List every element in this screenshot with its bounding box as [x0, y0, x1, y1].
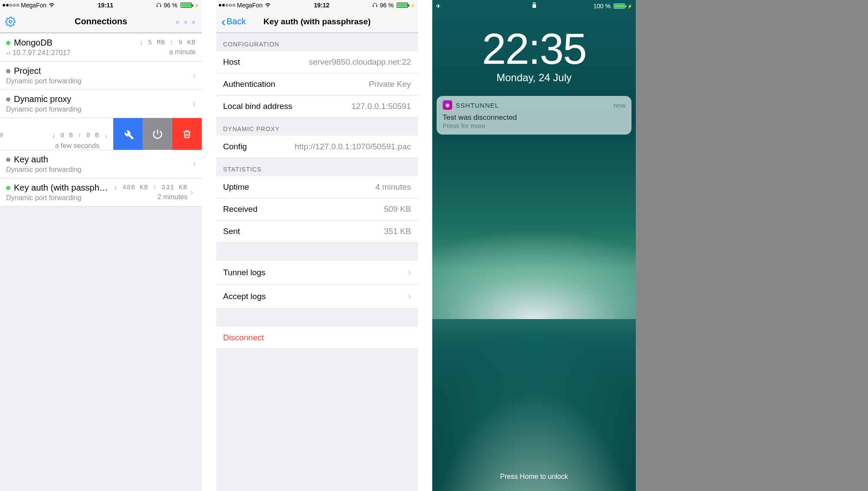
- row-value: server9850.cloudapp.net:22: [309, 57, 411, 67]
- chevron-right-icon: ›: [193, 158, 196, 170]
- row-value: 509 KB: [384, 204, 411, 214]
- row-value: 127.0.0.1:50591: [352, 102, 411, 111]
- stats-sent-row: Sent 351 KB: [216, 221, 418, 243]
- connection-row[interactable]: Key auth Dynamic port forwarding ›: [0, 150, 202, 178]
- config-auth-row[interactable]: Authentication Private Key: [216, 73, 418, 96]
- detail-list[interactable]: CONFIGURATION Host server9850.cloudapp.n…: [216, 33, 418, 491]
- chevron-right-icon: ›: [408, 291, 411, 302]
- row-value: http://127.0.0.1:1070/50591.pac: [295, 142, 411, 152]
- row-value: 4 minutes: [375, 182, 411, 192]
- connection-title: Key auth (with passphrase): [14, 183, 110, 193]
- lock-icon: [532, 2, 537, 8]
- row-label: Local bind address: [223, 102, 293, 111]
- connection-row[interactable]: Project Dynamic port forwarding ›: [0, 62, 202, 90]
- carrier-label: MegaFon: [237, 2, 263, 9]
- time-label: 2 minutes: [114, 193, 187, 201]
- chevron-right-icon: ›: [190, 187, 193, 198]
- connection-row[interactable]: Key auth (with passphrase) Dynamic port …: [0, 178, 202, 207]
- connection-title: MongoDB: [14, 38, 53, 48]
- more-icon[interactable]: ○ ○ ○: [176, 18, 197, 25]
- settings-icon[interactable]: [5, 16, 16, 27]
- row-label: Host: [223, 57, 240, 67]
- stats-received-row: Received 509 KB: [216, 198, 418, 221]
- row-label: Config: [223, 142, 247, 152]
- proxy-config-row[interactable]: Config http://127.0.0.1:1070/50591.pac: [216, 136, 418, 158]
- disconnect-button[interactable]: Disconnect: [216, 327, 418, 349]
- airplane-icon: ✈: [436, 3, 441, 10]
- lock-date: Monday, 24 July: [432, 72, 636, 84]
- chevron-left-icon: ‹: [221, 15, 226, 28]
- connection-title: Project: [14, 66, 41, 76]
- row-label: Tunnel logs: [223, 268, 266, 277]
- headphones-icon: [372, 3, 378, 8]
- back-button[interactable]: ‹ Back: [221, 15, 246, 28]
- battery-icon: ⚡: [612, 3, 632, 9]
- edit-action-button[interactable]: [113, 118, 143, 150]
- time-label: a minute: [139, 48, 196, 56]
- signal-icon: [219, 4, 235, 7]
- connections-list: MongoDB ⇿ 10.7.97.241:27017 ↓ 5 MB ↑ 9 K…: [0, 33, 202, 491]
- nav-bar: Connections ○ ○ ○: [0, 10, 202, 33]
- nav-title: Connections: [0, 16, 202, 26]
- unlock-hint: Press Home to unlock: [432, 473, 636, 481]
- nav-bar: ‹ Back Key auth (with passphrase): [216, 10, 418, 33]
- nav-title: Key auth (with passphrase): [216, 17, 418, 26]
- connection-row[interactable]: MongoDB ⇿ 10.7.97.241:27017 ↓ 5 MB ↑ 9 K…: [0, 33, 202, 62]
- connection-sub: 10.7.97.241:27017: [13, 49, 70, 57]
- connection-sub: Dynamic port forwarding: [6, 105, 81, 113]
- status-bar: MegaFon 19:11 96 % ⚡: [0, 0, 202, 10]
- connection-sub: Dynamic port forwarding: [6, 77, 81, 85]
- row-label: Uptime: [223, 182, 249, 192]
- status-bar: MegaFon 19:12 96 % ⚡: [216, 0, 418, 10]
- status-dot-icon: [6, 158, 10, 162]
- status-dot-icon: [6, 69, 10, 73]
- lock-time: 22:35: [432, 24, 636, 74]
- status-time: 19:11: [98, 2, 113, 9]
- accept-logs-row[interactable]: Accept logs ›: [216, 285, 418, 309]
- detail-screen: MegaFon 19:12 96 % ⚡ ‹ Back Key auth (wi…: [216, 0, 418, 491]
- lock-screen: ✈ 100 % ⚡ 22:35 Monday, 24 July ◉ SSHT: [432, 0, 636, 491]
- app-icon: ◉: [443, 100, 452, 110]
- power-action-button[interactable]: [143, 118, 172, 150]
- section-header-configuration: CONFIGURATION: [216, 33, 418, 51]
- carrier-label: MegaFon: [21, 2, 46, 9]
- traffic-label: ↓ 488 KB ↑ 331 KB: [114, 184, 187, 191]
- notification-time: now: [613, 102, 625, 109]
- notification-card[interactable]: ◉ SSHTUNNEL now Test was disconnected Pr…: [437, 96, 631, 135]
- back-label: Back: [227, 16, 246, 26]
- connection-title: Dynamic proxy: [14, 94, 71, 104]
- config-bind-row[interactable]: Local bind address 127.0.0.1:50591: [216, 96, 418, 118]
- row-label: Authentication: [223, 79, 275, 89]
- row-value: 351 KB: [384, 227, 411, 236]
- delete-action-button[interactable]: [172, 118, 202, 150]
- status-dot-icon: [6, 97, 10, 102]
- battery-icon: ⚡: [179, 3, 199, 8]
- row-value: Private Key: [369, 79, 411, 89]
- notification-subtitle: Press for more: [443, 122, 625, 129]
- tunnel-logs-row[interactable]: Tunnel logs ›: [216, 261, 418, 285]
- notification-app-name: SSHTUNNEL: [456, 102, 499, 109]
- status-dot-icon: [6, 186, 10, 190]
- chevron-right-icon: ›: [104, 132, 109, 141]
- row-label: Received: [223, 204, 257, 214]
- connection-row-swiped[interactable]: g ↓ 0 B ↑ 0 B › a few seconds: [0, 118, 202, 150]
- notification-title: Test was disconnected: [443, 113, 625, 122]
- lock-clock: 22:35 Monday, 24 July: [432, 24, 636, 84]
- chevron-right-icon: ›: [193, 98, 196, 109]
- wifi-icon: [264, 3, 271, 8]
- battery-pct: 96 %: [380, 2, 394, 9]
- chevron-right-icon: ›: [408, 267, 411, 278]
- connection-title: Key auth: [14, 155, 48, 165]
- battery-icon: ⚡: [395, 3, 415, 8]
- connections-screen: MegaFon 19:11 96 % ⚡ Connections ○ ○ ○: [0, 0, 202, 491]
- connection-row[interactable]: Dynamic proxy Dynamic port forwarding ›: [0, 90, 202, 118]
- section-header-proxy: DYNAMIC PROXY: [216, 118, 418, 136]
- section-header-stats: STATISTICS: [216, 158, 418, 176]
- signal-icon: [3, 4, 19, 7]
- config-host-row[interactable]: Host server9850.cloudapp.net:22: [216, 51, 418, 73]
- stats-uptime-row: Uptime 4 minutes: [216, 176, 418, 198]
- status-dot-icon: [6, 41, 10, 45]
- chevron-right-icon: ›: [193, 70, 196, 81]
- connection-sub: Dynamic port forwarding: [6, 166, 81, 174]
- time-label: a few seconds: [55, 142, 109, 150]
